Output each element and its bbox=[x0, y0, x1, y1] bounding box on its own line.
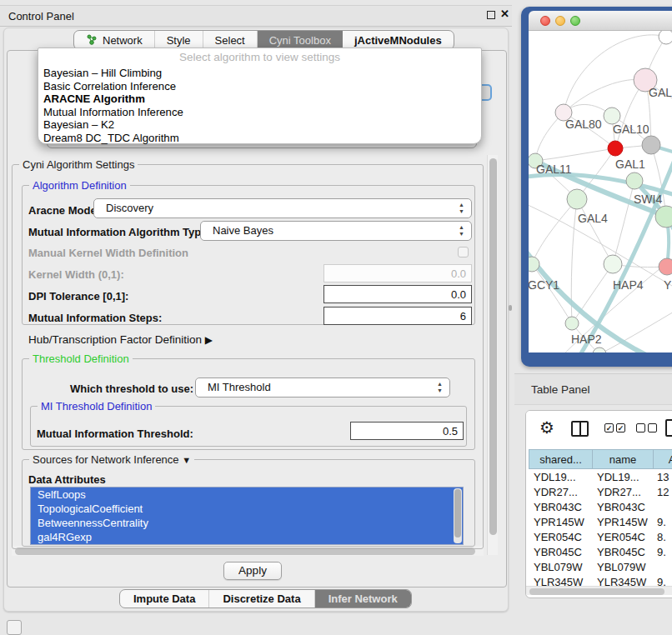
node-label: GCY1 bbox=[529, 278, 559, 292]
column-header[interactable]: name bbox=[593, 449, 654, 469]
network-node[interactable] bbox=[626, 172, 643, 189]
network-node[interactable] bbox=[593, 348, 606, 352]
network-node[interactable] bbox=[567, 189, 587, 209]
network-node[interactable] bbox=[565, 317, 579, 330]
network-icon bbox=[86, 34, 98, 46]
list-item[interactable]: TopologicalCoefficient bbox=[31, 502, 463, 516]
network-node-selected[interactable] bbox=[608, 141, 623, 156]
apply-button[interactable]: Apply bbox=[223, 562, 282, 580]
node-label: GAL11 bbox=[536, 162, 572, 176]
algorithm-definition-title: Algorithm Definition bbox=[29, 179, 130, 192]
tab-discretize-data[interactable]: Discretize Data bbox=[209, 590, 314, 608]
list-item[interactable]: BetweennessCentrality bbox=[31, 516, 463, 530]
minimize-traffic-light-icon[interactable] bbox=[555, 16, 565, 26]
dpi-tolerance-field[interactable] bbox=[323, 285, 472, 303]
table-row[interactable]: YBR045CYBR045C9. bbox=[529, 545, 672, 560]
settings-gear-icon[interactable]: ⚙ bbox=[539, 418, 554, 438]
table-panel-titlebar: Table Panel bbox=[514, 373, 672, 405]
threshold-definition-title: Threshold Definition bbox=[29, 352, 133, 365]
table-row[interactable]: YBL079WYBL079W bbox=[529, 560, 672, 575]
data-attributes-list[interactable]: SelfLoops TopologicalCoefficient Between… bbox=[30, 487, 464, 545]
network-canvas[interactable]: GAL GAL80 GAL10 GAL1 GAL11 SWI4 GAL4 GCY… bbox=[529, 31, 672, 352]
minimized-panel-button[interactable] bbox=[7, 620, 22, 635]
list-item[interactable]: SelfLoops bbox=[31, 488, 463, 502]
close-icon[interactable]: ✕ bbox=[500, 8, 509, 20]
table-panel-title: Table Panel bbox=[531, 383, 590, 396]
mi-threshold-label: Mutual Information Threshold: bbox=[37, 428, 193, 440]
algorithm-placeholder: Select algorithm to view settings bbox=[38, 51, 481, 63]
network-node[interactable] bbox=[604, 108, 620, 124]
sources-title[interactable]: Sources for Network Inference ▼ bbox=[29, 453, 194, 466]
mi-type-label: Mutual Information Algorithm Type: bbox=[28, 226, 211, 238]
deselect-all-icon[interactable] bbox=[648, 423, 657, 432]
select-all-icon[interactable]: ✓ bbox=[616, 423, 625, 432]
network-node[interactable] bbox=[659, 258, 672, 275]
dpi-tolerance-label: DPI Tolerance [0,1]: bbox=[28, 290, 128, 302]
splitter-handle[interactable] bbox=[509, 305, 512, 311]
kernel-width-field[interactable] bbox=[323, 264, 472, 282]
network-node[interactable] bbox=[529, 257, 539, 272]
aracne-mode-select[interactable]: Discovery ▲▼ bbox=[93, 198, 472, 218]
mi-threshold-field[interactable] bbox=[350, 422, 464, 440]
network-node[interactable] bbox=[642, 136, 660, 154]
table-row[interactable]: YPR145WYPR145W9. bbox=[529, 515, 672, 530]
hub-definition-toggle[interactable]: Hub/Transcription Factor Definition ▶ bbox=[28, 333, 213, 346]
tab-infer-network[interactable]: Infer Network bbox=[315, 590, 411, 608]
menu-item[interactable]: ARACNE Algorithm bbox=[42, 92, 478, 106]
settings-vertical-scrollbar[interactable] bbox=[487, 155, 498, 555]
algorithm-list: Bayesian – Hill Climbing Basic Correlati… bbox=[42, 67, 478, 144]
deselect-all-icon[interactable] bbox=[636, 423, 645, 432]
network-window-titlebar bbox=[529, 11, 672, 31]
column-header[interactable]: shared... bbox=[529, 449, 593, 469]
menu-item[interactable]: Bayesian – K2 bbox=[42, 118, 478, 132]
column-layout-icon[interactable] bbox=[571, 421, 589, 437]
table-row[interactable]: YDR27...YDR27...12 bbox=[529, 485, 672, 500]
network-node[interactable] bbox=[604, 255, 622, 273]
list-item[interactable]: gal4RGexp bbox=[31, 530, 463, 544]
page-icon[interactable] bbox=[665, 419, 672, 437]
vertical-scrollbar-thumb[interactable] bbox=[489, 158, 497, 535]
mi-steps-field[interactable] bbox=[323, 307, 472, 325]
which-threshold-select[interactable]: MI Threshold ▲▼ bbox=[195, 378, 450, 398]
menu-item[interactable]: Dream8 DC_TDC Algorithm bbox=[42, 132, 478, 145]
table-scrollbar-thumb[interactable] bbox=[529, 588, 664, 595]
node-label: GAL bbox=[649, 86, 672, 99]
column-header[interactable]: A bbox=[654, 449, 672, 469]
menu-item[interactable]: Mutual Information Inference bbox=[42, 106, 478, 119]
which-threshold-label: Which threshold to use: bbox=[70, 382, 193, 395]
node-label: Y bbox=[664, 278, 671, 292]
cyni-algorithm-settings-title: Cyni Algorithm Settings bbox=[19, 158, 138, 171]
node-label: GAL1 bbox=[615, 158, 645, 171]
manual-kernel-checkbox[interactable] bbox=[458, 247, 469, 258]
table-row[interactable]: YBR043CYBR043C bbox=[529, 500, 672, 515]
table-body: YDL19...YDL19...13 YDR27...YDR27...12 YB… bbox=[529, 470, 672, 586]
tab-jactivemnodules[interactable]: jActiveMNodules bbox=[343, 31, 454, 49]
attributes-scrollbar[interactable] bbox=[454, 488, 462, 543]
table-row[interactable]: YDL19...YDL19...13 bbox=[529, 470, 672, 485]
select-all-icon[interactable]: ✓ bbox=[604, 423, 614, 432]
mi-type-value: Naive Bayes bbox=[213, 224, 273, 237]
tab-style[interactable]: Style bbox=[155, 31, 203, 49]
stepper-icon: ▲▼ bbox=[458, 224, 465, 238]
attributes-scrollbar-thumb[interactable] bbox=[454, 489, 461, 538]
network-view-window[interactable]: GAL GAL80 GAL10 GAL1 GAL11 SWI4 GAL4 GCY… bbox=[521, 7, 672, 367]
network-edges bbox=[529, 31, 672, 352]
close-traffic-light-icon[interactable] bbox=[540, 16, 550, 26]
tab-impute-data[interactable]: Impute Data bbox=[120, 590, 209, 608]
tab-network[interactable]: Network bbox=[74, 31, 155, 49]
table-horizontal-scrollbar[interactable] bbox=[526, 586, 672, 595]
node-label: GAL80 bbox=[565, 118, 602, 131]
table-header: shared... name A bbox=[529, 449, 672, 469]
stepper-icon: ▲▼ bbox=[436, 381, 444, 394]
aracne-mode-value: Discovery bbox=[106, 202, 153, 214]
tab-cyni-toolbox[interactable]: Cyni Toolbox bbox=[258, 31, 343, 49]
float-window-icon[interactable] bbox=[487, 11, 495, 19]
table-row[interactable]: YLR345WYLR345W9. bbox=[529, 575, 672, 586]
menu-item[interactable]: Bayesian – Hill Climbing bbox=[42, 67, 478, 80]
zoom-traffic-light-icon[interactable] bbox=[570, 16, 580, 26]
tab-select[interactable]: Select bbox=[203, 31, 258, 49]
network-node[interactable] bbox=[659, 31, 672, 44]
table-row[interactable]: YER054CYER054C8. bbox=[529, 530, 672, 545]
menu-item[interactable]: Basic Correlation Inference bbox=[42, 80, 478, 93]
mi-type-select[interactable]: Naive Bayes ▲▼ bbox=[200, 221, 472, 241]
